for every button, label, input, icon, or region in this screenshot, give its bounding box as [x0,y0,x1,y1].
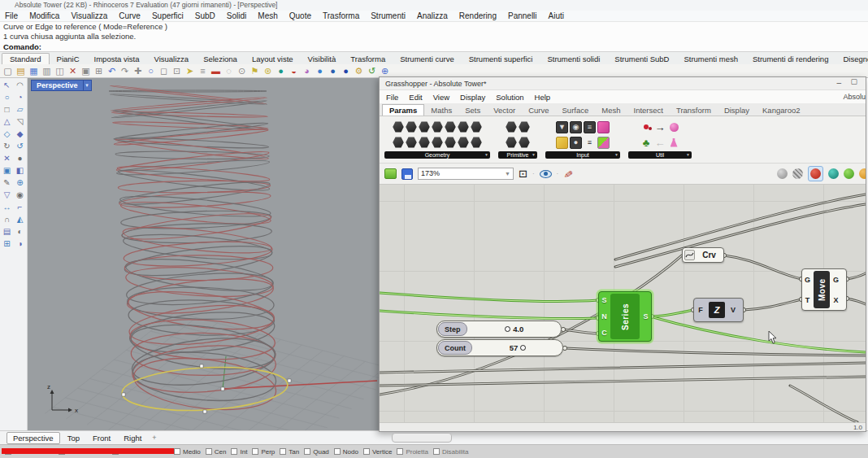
save-icon[interactable] [401,168,413,180]
chevron-down-icon[interactable]: ▼ [84,80,92,91]
zoom-extents-icon[interactable]: ⊡ [519,168,527,181]
viewport-tab-top[interactable]: Top [62,433,85,443]
zoom-window-icon[interactable]: ◻ [158,66,169,76]
sidebar-tool-icon[interactable]: ○ [1,92,13,103]
param-hex-icon[interactable] [445,137,456,148]
gh-tab-params[interactable]: Params [382,104,424,116]
collapsed-panel[interactable] [392,433,452,443]
toolbar-tab-seleziona[interactable]: Seleziona [196,54,245,64]
gh-tab-intersect[interactable]: Intersect [627,105,670,116]
gh-tab-vector[interactable]: Vector [487,105,522,116]
viewport-tab-perspective[interactable]: Perspective [7,432,60,444]
perspective-viewport[interactable]: zx Perspective ▼ [28,78,380,430]
gh-tab-mesh[interactable]: Mesh [595,105,627,116]
preview-shaded-selected[interactable] [808,166,823,181]
display-green-icon[interactable] [844,168,854,179]
move-input-t[interactable]: T [805,296,810,304]
param-hex-icon[interactable] [458,121,469,133]
move-icon[interactable]: ✚ [132,66,143,76]
sidebar-tool-icon[interactable]: ● [14,153,26,164]
paste-icon[interactable]: ⊞ [93,66,104,76]
param-hex-icon[interactable] [458,137,469,148]
maximize-icon[interactable]: ▢ [850,77,857,85]
sidebar-tool-icon[interactable]: ◹ [14,116,26,128]
osnap-icon[interactable]: ⊙ [237,66,247,76]
rhino-menu-superfici[interactable]: Superfici [152,11,184,20]
osnap-item-medio[interactable]: Medio [174,448,201,456]
gh-menu-display[interactable]: Display [460,93,485,102]
sidebar-tool-icon[interactable]: □ [1,104,13,116]
gradient-icon[interactable] [597,121,610,133]
checkbox-icon[interactable] [206,448,212,455]
select-icon[interactable]: ➤ [184,66,195,76]
sidebar-tool-icon[interactable]: ▱ [14,104,26,116]
osnap-item-proietta[interactable]: Proietta [397,448,428,456]
param-hex-icon[interactable] [419,121,430,133]
rhino-menu-analizza[interactable]: Analizza [417,11,448,20]
toolbar-tab-imposta-vista[interactable]: Imposta vista [87,54,147,64]
move-component[interactable]: G T Move G X [801,268,847,311]
rhino-menu-subd[interactable]: SubD [195,11,215,20]
param-hex-icon[interactable] [393,137,404,148]
sidebar-tool-icon[interactable]: ↔ [1,202,13,213]
toolbar-tab-strumenti-subd[interactable]: Strumenti SubD [607,54,676,64]
param-hex-icon[interactable] [419,137,430,148]
properties-icon[interactable]: ◫ [54,66,65,76]
relay-left-icon[interactable]: → [654,137,666,149]
param-hex-icon[interactable] [506,137,517,148]
relay-right-icon[interactable]: → [654,121,666,133]
param-hex-icon[interactable] [471,121,482,133]
sidebar-tool-icon[interactable]: ✕ [1,153,13,164]
osnap-item-int[interactable]: Int [231,448,247,456]
viewport-tab-right[interactable]: Right [118,433,147,443]
rhino-menu-pannelli[interactable]: Pannelli [508,11,537,20]
param-hex-icon[interactable] [393,121,404,133]
count-number-slider[interactable]: Count 57 [436,339,563,356]
slider-grip[interactable] [520,345,526,351]
osnap-item-perp[interactable]: Perp [252,448,275,456]
undo-icon[interactable]: ↶ [106,66,117,76]
param-hex-icon[interactable] [432,137,443,148]
unit-z-vector-component[interactable]: F Z V [693,298,744,322]
checkbox-icon[interactable] [433,448,440,455]
toolbar-tab-standard[interactable]: Standard [2,53,50,64]
rhino-menu-file[interactable]: File [5,11,18,20]
viewport-title-label[interactable]: Perspective [31,80,84,91]
tools-icon[interactable]: ⚙ [354,66,364,76]
param-hex-icon[interactable] [432,121,443,133]
sidebar-tool-icon[interactable]: ◑ [14,238,26,250]
rhino-menu-strumenti[interactable]: Strumenti [371,11,406,20]
gh-menu-edit[interactable]: Edit [409,93,422,102]
history-icon[interactable]: ↺ [367,66,377,76]
gh-menu-solution[interactable]: Solution [496,93,523,102]
step-number-slider[interactable]: Step 4.0 [436,321,562,338]
slider-icon[interactable]: ≡ [584,121,596,133]
palette-group-label-geometry[interactable]: Geometry▼ [384,151,490,159]
preview-shaded-icon[interactable] [810,168,821,179]
gh-tab-kangaroo2[interactable]: Kangaroo2 [756,105,806,116]
rhino-menu-aiuti[interactable]: Aiuti [549,11,564,20]
palette-group-label-input[interactable]: Input▼ [545,151,620,159]
tree-icon[interactable]: ♣ [640,137,653,149]
gh-tab-sets[interactable]: Sets [458,105,487,116]
sidebar-tool-icon[interactable]: ◭ [14,214,26,225]
data-sphere-icon[interactable] [668,121,680,133]
globe-icon[interactable]: ● [315,66,325,76]
slider-track[interactable]: 4.0 [468,321,561,337]
rhino-menu-modifica[interactable]: Modifica [29,11,59,20]
grasshopper-canvas[interactable]: Crv G T Move G X F Z V S [380,185,866,422]
sidebar-tool-icon[interactable]: ◔ [14,92,26,103]
series-input-c[interactable]: C [601,329,607,337]
button-icon[interactable]: ● [570,137,582,149]
open-file-icon[interactable] [384,168,397,179]
curve-param-component[interactable]: Crv [682,247,724,263]
osnap-item-nodo[interactable]: Nodo [334,448,358,456]
flask-icon[interactable] [668,137,680,149]
redo-icon[interactable]: ↷ [119,66,130,76]
checkbox-icon[interactable] [363,448,370,455]
display-orange-icon[interactable] [859,168,866,179]
sidebar-tool-icon[interactable]: ◧ [14,165,26,177]
gh-menu-view[interactable]: View [433,93,449,102]
toolbar-tab-trasforma[interactable]: Trasforma [343,54,393,64]
rhino-menu-mesh[interactable]: Mesh [258,11,277,20]
